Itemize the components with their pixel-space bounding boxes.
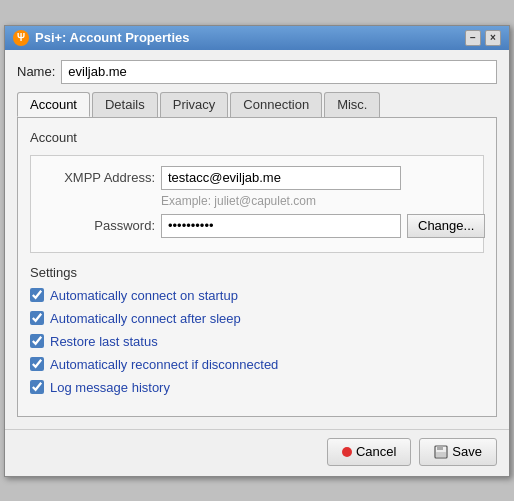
account-group: XMPP Address: Example: juliet@capulet.co… [30, 155, 484, 253]
app-icon-label: Ψ [17, 32, 25, 43]
password-row: Password: Change... [45, 214, 469, 238]
checkbox-label-4[interactable]: Log message history [50, 380, 170, 395]
checkbox-item-2: Restore last status [30, 334, 484, 349]
checkbox-auto-connect-sleep[interactable] [30, 311, 44, 325]
checkbox-label-1[interactable]: Automatically connect after sleep [50, 311, 241, 326]
tab-account[interactable]: Account [17, 92, 90, 117]
cancel-button[interactable]: Cancel [327, 438, 411, 466]
save-icon [434, 445, 448, 459]
title-bar: Ψ Psi+: Account Properties − × [5, 26, 509, 50]
app-icon: Ψ [13, 30, 29, 46]
account-properties-window: Ψ Psi+: Account Properties − × Name: Acc… [4, 25, 510, 477]
title-bar-buttons: − × [465, 30, 501, 46]
xmpp-hint: Example: juliet@capulet.com [161, 194, 469, 208]
tab-privacy[interactable]: Privacy [160, 92, 229, 117]
checkbox-item-0: Automatically connect on startup [30, 288, 484, 303]
cancel-label: Cancel [356, 444, 396, 459]
svg-rect-2 [436, 452, 446, 457]
password-label: Password: [45, 218, 155, 233]
password-input[interactable] [161, 214, 401, 238]
checkbox-item-4: Log message history [30, 380, 484, 395]
tab-bar: Account Details Privacy Connection Misc. [17, 92, 497, 117]
title-bar-left: Ψ Psi+: Account Properties [13, 30, 189, 46]
tab-connection[interactable]: Connection [230, 92, 322, 117]
checkbox-restore-status[interactable] [30, 334, 44, 348]
window-title: Psi+: Account Properties [35, 30, 189, 45]
checkbox-label-2[interactable]: Restore last status [50, 334, 158, 349]
checkbox-item-3: Automatically reconnect if disconnected [30, 357, 484, 372]
tab-content: Account XMPP Address: Example: juliet@ca… [17, 117, 497, 417]
checkboxes-group: Automatically connect on startup Automat… [30, 288, 484, 395]
xmpp-label: XMPP Address: [45, 170, 155, 185]
checkbox-label-3[interactable]: Automatically reconnect if disconnected [50, 357, 278, 372]
tab-misc[interactable]: Misc. [324, 92, 380, 117]
checkbox-item-1: Automatically connect after sleep [30, 311, 484, 326]
cancel-icon [342, 447, 352, 457]
checkbox-auto-reconnect[interactable] [30, 357, 44, 371]
minimize-button[interactable]: − [465, 30, 481, 46]
tab-details[interactable]: Details [92, 92, 158, 117]
checkbox-auto-connect-startup[interactable] [30, 288, 44, 302]
save-label: Save [452, 444, 482, 459]
checkbox-label-0[interactable]: Automatically connect on startup [50, 288, 238, 303]
checkbox-log-history[interactable] [30, 380, 44, 394]
close-button[interactable]: × [485, 30, 501, 46]
name-label: Name: [17, 64, 55, 79]
save-button[interactable]: Save [419, 438, 497, 466]
password-controls: Change... [161, 214, 485, 238]
account-section-title: Account [30, 130, 484, 145]
svg-rect-1 [437, 446, 443, 450]
name-input[interactable] [61, 60, 497, 84]
xmpp-row: XMPP Address: [45, 166, 469, 190]
xmpp-input[interactable] [161, 166, 401, 190]
name-row: Name: [17, 60, 497, 84]
settings-section-title: Settings [30, 265, 484, 280]
footer: Cancel Save [5, 429, 509, 476]
change-password-button[interactable]: Change... [407, 214, 485, 238]
window-body: Name: Account Details Privacy Connection… [5, 50, 509, 429]
